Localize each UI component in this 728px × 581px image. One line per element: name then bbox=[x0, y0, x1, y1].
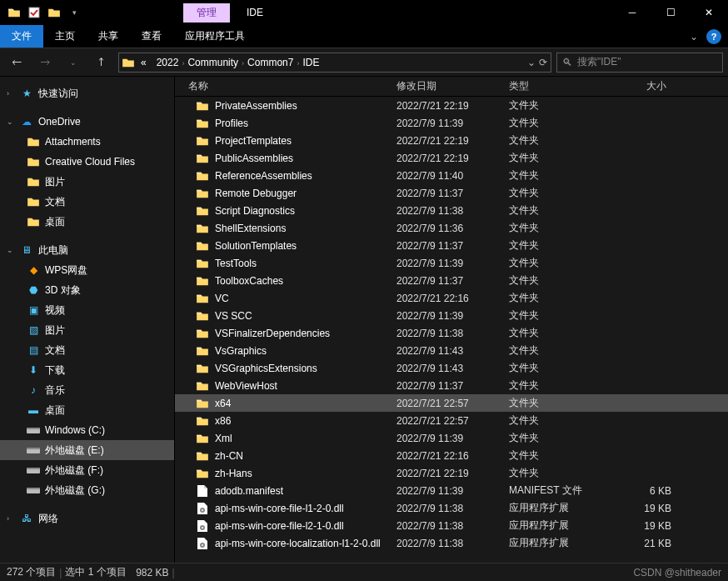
file-row[interactable]: api-ms-win-core-file-l2-1-0.dll 2022/7/9… bbox=[175, 517, 728, 534]
nav-item[interactable]: Creative Cloud Files bbox=[0, 152, 174, 172]
tab-share[interactable]: 共享 bbox=[87, 25, 130, 48]
file-row[interactable]: TestTools 2022/7/9 11:39 文件夹 bbox=[175, 254, 728, 272]
chevron-down-icon[interactable]: ⌄ bbox=[690, 31, 698, 43]
close-button[interactable]: ✕ bbox=[690, 0, 728, 25]
qat-dropdown-icon[interactable]: ▾ bbox=[65, 3, 83, 22]
file-row[interactable]: Script Diagnostics 2022/7/9 11:38 文件夹 bbox=[175, 202, 728, 219]
tab-file[interactable]: 文件 bbox=[0, 25, 43, 48]
nav-item[interactable]: ▤文档 bbox=[0, 340, 174, 360]
file-type: 文件夹 bbox=[509, 326, 613, 340]
breadcrumb-prefix[interactable]: « bbox=[137, 57, 150, 68]
breadcrumb-part[interactable]: Common7 bbox=[244, 57, 297, 68]
folder-icon bbox=[195, 187, 210, 200]
tab-home[interactable]: 主页 bbox=[43, 25, 87, 48]
col-name[interactable]: 名称 bbox=[182, 79, 390, 93]
col-size[interactable]: 大小 bbox=[606, 79, 673, 93]
file-date: 2022/7/9 11:39 bbox=[396, 433, 509, 444]
nav-item[interactable]: ◆WPS网盘 bbox=[0, 260, 174, 280]
col-date[interactable]: 修改日期 bbox=[390, 79, 502, 93]
nav-item[interactable]: 外地磁盘 (F:) bbox=[0, 460, 174, 480]
recent-dropdown-icon[interactable]: ⌄ bbox=[62, 51, 85, 74]
nav-item[interactable]: 文档 bbox=[0, 192, 174, 212]
file-name: x86 bbox=[215, 415, 396, 427]
nav-item[interactable]: Windows (C:) bbox=[0, 420, 174, 440]
file-name: VSGraphicsExtensions bbox=[215, 363, 396, 374]
nav-item[interactable]: Attachments bbox=[0, 132, 174, 152]
maximize-button[interactable]: ☐ bbox=[651, 0, 690, 25]
nav-onedrive[interactable]: ⌄ ☁ OneDrive bbox=[0, 112, 174, 132]
nav-this-pc[interactable]: ⌄ 🖥 此电脑 bbox=[0, 240, 174, 260]
file-row[interactable]: ProjectTemplates 2022/7/21 22:19 文件夹 bbox=[175, 132, 728, 149]
help-icon[interactable]: ? bbox=[706, 29, 721, 44]
nav-quick-access[interactable]: › ★ 快速访问 bbox=[0, 83, 174, 103]
file-name: ToolboxCaches bbox=[215, 275, 396, 287]
nav-item[interactable]: 图片 bbox=[0, 172, 174, 192]
up-button[interactable]: 🡑 bbox=[90, 51, 113, 74]
breadcrumb-bar[interactable]: « 2022›Community›Common7›IDE ⌄ ⟳ bbox=[118, 53, 551, 73]
chevron-down-icon[interactable]: ⌄ bbox=[7, 118, 15, 126]
nav-item[interactable]: ⬇下载 bbox=[0, 360, 174, 380]
refresh-icon[interactable]: ⟳ bbox=[539, 57, 547, 68]
nav-item[interactable]: 桌面 bbox=[0, 212, 174, 232]
nav-item[interactable]: ▣视频 bbox=[0, 300, 174, 320]
file-row[interactable]: VsGraphics 2022/7/9 11:43 文件夹 bbox=[175, 342, 728, 359]
column-headers[interactable]: 名称 修改日期 类型 大小 bbox=[175, 77, 728, 97]
file-type: MANIFEST 文件 bbox=[509, 483, 613, 498]
file-row[interactable]: PublicAssemblies 2022/7/21 22:19 文件夹 bbox=[175, 149, 728, 167]
breadcrumb-part[interactable]: IDE bbox=[299, 57, 322, 68]
dropdown-icon[interactable]: ⌄ bbox=[527, 57, 536, 68]
file-row[interactable]: zh-Hans 2022/7/21 22:19 文件夹 bbox=[175, 464, 728, 482]
file-row[interactable]: x64 2022/7/21 22:57 文件夹 bbox=[175, 394, 728, 412]
back-button[interactable]: 🡐 bbox=[5, 51, 28, 74]
nav-item[interactable]: 外地磁盘 (E:) bbox=[0, 440, 174, 460]
chevron-right-icon[interactable]: › bbox=[7, 514, 15, 523]
file-date: 2022/7/21 22:19 bbox=[396, 100, 509, 112]
file-row[interactable]: VS SCC 2022/7/9 11:39 文件夹 bbox=[175, 307, 728, 324]
col-type[interactable]: 类型 bbox=[502, 79, 606, 93]
nav-item[interactable]: ▬桌面 bbox=[0, 400, 174, 420]
file-row[interactable]: Xml 2022/7/9 11:39 文件夹 bbox=[175, 429, 728, 447]
nav-item[interactable]: 外地磁盘 (G:) bbox=[0, 480, 174, 500]
pin-folder-icon[interactable] bbox=[45, 3, 63, 22]
file-row[interactable]: Profiles 2022/7/9 11:39 文件夹 bbox=[175, 114, 728, 132]
breadcrumb-part[interactable]: 2022 bbox=[153, 57, 182, 68]
file-row[interactable]: Remote Debugger 2022/7/9 11:37 文件夹 bbox=[175, 184, 728, 202]
tab-view[interactable]: 查看 bbox=[130, 25, 173, 48]
file-type: 应用程序扩展 bbox=[509, 501, 613, 515]
file-row[interactable]: ShellExtensions 2022/7/9 11:36 文件夹 bbox=[175, 219, 728, 237]
file-row[interactable]: ToolboxCaches 2022/7/9 11:37 文件夹 bbox=[175, 272, 728, 289]
folder-icon[interactable] bbox=[5, 3, 23, 22]
file-row[interactable]: WebViewHost 2022/7/9 11:37 文件夹 bbox=[175, 377, 728, 394]
chevron-down-icon[interactable]: ⌄ bbox=[7, 246, 15, 254]
file-row[interactable]: SolutionTemplates 2022/7/9 11:37 文件夹 bbox=[175, 237, 728, 254]
chevron-right-icon[interactable]: › bbox=[7, 89, 15, 98]
folder-icon bbox=[195, 222, 210, 235]
file-row[interactable]: zh-CN 2022/7/21 22:16 文件夹 bbox=[175, 447, 728, 464]
file-row[interactable]: api-ms-win-core-localization-l1-2-0.dll … bbox=[175, 534, 728, 552]
nav-item[interactable]: ⬣3D 对象 bbox=[0, 280, 174, 300]
file-row[interactable]: x86 2022/7/21 22:57 文件夹 bbox=[175, 412, 728, 429]
file-date: 2022/7/9 11:39 bbox=[396, 118, 509, 129]
file-row[interactable]: VC 2022/7/21 22:16 文件夹 bbox=[175, 289, 728, 307]
nav-item[interactable]: ▧图片 bbox=[0, 320, 174, 340]
contextual-tab[interactable]: 管理 bbox=[183, 3, 230, 23]
ribbon-tabs: 文件 主页 共享 查看 应用程序工具 ⌄ ? bbox=[0, 25, 728, 48]
file-row[interactable]: PrivateAssemblies 2022/7/21 22:19 文件夹 bbox=[175, 97, 728, 114]
file-row[interactable]: api-ms-win-core-file-l1-2-0.dll 2022/7/9… bbox=[175, 499, 728, 517]
folder-icon bbox=[195, 169, 210, 183]
breadcrumb-part[interactable]: Community bbox=[184, 57, 242, 68]
tab-app-tools[interactable]: 应用程序工具 bbox=[173, 25, 257, 48]
forward-button[interactable]: 🡒 bbox=[33, 51, 57, 74]
nav-network[interactable]: › 🖧 网络 bbox=[0, 508, 174, 528]
file-list[interactable]: PrivateAssemblies 2022/7/21 22:19 文件夹 Pr… bbox=[175, 97, 728, 563]
minimize-button[interactable]: ─ bbox=[613, 0, 651, 25]
search-box[interactable]: 🔍︎ 搜索"IDE" bbox=[556, 53, 723, 73]
file-row[interactable]: VSFinalizerDependencies 2022/7/9 11:38 文… bbox=[175, 324, 728, 342]
file-row[interactable]: adodb.manifest 2022/7/9 11:39 MANIFEST 文… bbox=[175, 482, 728, 499]
file-type: 文件夹 bbox=[509, 168, 613, 183]
file-row[interactable]: ReferenceAssemblies 2022/7/9 11:40 文件夹 bbox=[175, 167, 728, 184]
navigation-pane[interactable]: › ★ 快速访问 ⌄ ☁ OneDrive AttachmentsCreativ… bbox=[0, 77, 175, 563]
file-row[interactable]: VSGraphicsExtensions 2022/7/9 11:43 文件夹 bbox=[175, 359, 728, 377]
checkbox-icon[interactable] bbox=[25, 3, 43, 22]
nav-item[interactable]: ♪音乐 bbox=[0, 380, 174, 400]
